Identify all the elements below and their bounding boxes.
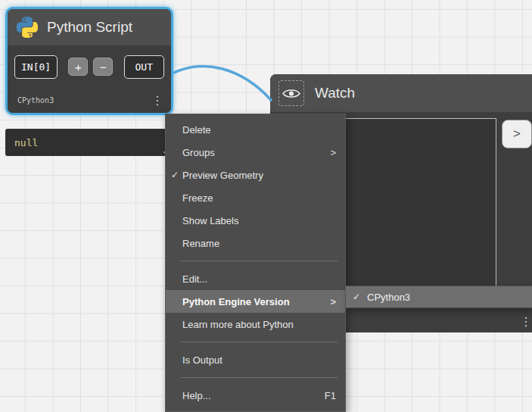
menu-item-label: Python Engine Version	[182, 296, 290, 307]
watch-node-title: Watch	[315, 85, 355, 101]
menu-separator	[181, 261, 338, 261]
context-menu: Delete Groups > ✓ Preview Geometry Freez…	[165, 114, 346, 412]
submenu-item-cpython3[interactable]: ✓ CPython3	[346, 286, 532, 307]
python-engine-submenu: ✓ CPython3	[346, 286, 532, 308]
menu-separator	[181, 342, 338, 342]
submenu-arrow-icon: >	[330, 147, 336, 158]
add-input-button[interactable]: +	[68, 58, 88, 76]
menu-item-label: Preview Geometry	[182, 170, 263, 181]
output-preview-bubble[interactable]: null	[5, 129, 173, 156]
menu-item-label: Edit...	[182, 273, 207, 285]
menu-item-rename[interactable]: Rename	[166, 232, 345, 254]
menu-item-freeze[interactable]: Freeze	[166, 186, 345, 209]
watch-eye-icon	[278, 80, 304, 106]
menu-separator	[181, 377, 338, 378]
input-port-in0[interactable]: IN[0]	[14, 55, 58, 79]
python-node-header[interactable]: Python Script	[8, 9, 171, 45]
menu-item-preview-geometry[interactable]: ✓ Preview Geometry	[166, 164, 345, 186]
python-node-footer: CPython3 ⋮	[8, 88, 171, 113]
output-port-out[interactable]: OUT	[124, 55, 164, 79]
watch-node-header[interactable]: Watch	[270, 74, 532, 112]
python-node-title: Python Script	[47, 19, 132, 36]
python-logo-icon	[15, 15, 39, 39]
menu-item-label: Delete	[182, 124, 211, 136]
menu-item-is-output[interactable]: Is Output	[166, 348, 345, 371]
remove-input-button[interactable]: −	[93, 58, 113, 76]
menu-item-delete[interactable]: Delete	[166, 118, 345, 141]
menu-item-edit[interactable]: Edit...	[166, 267, 345, 290]
engine-version-label: CPython3	[17, 96, 54, 105]
kebab-menu-icon[interactable]: ⋮	[151, 95, 163, 107]
watch-kebab-menu-icon[interactable]: ⋮	[520, 316, 532, 328]
preview-value: null	[14, 137, 38, 148]
menu-shortcut: F1	[325, 390, 336, 401]
checkmark-icon: ✓	[171, 170, 179, 180]
menu-item-label: Help...	[182, 390, 211, 401]
port-add-remove-group: + −	[68, 58, 113, 76]
submenu-arrow-icon: >	[330, 296, 336, 307]
expand-preview-button[interactable]: >	[502, 120, 532, 148]
menu-item-label: Groups	[182, 147, 215, 158]
menu-item-label: Is Output	[182, 354, 222, 366]
connector-wire[interactable]	[174, 67, 271, 100]
menu-item-help[interactable]: Help... F1	[166, 384, 345, 407]
menu-item-label: Show Labels	[182, 215, 238, 226]
menu-item-label: Rename	[182, 238, 219, 249]
menu-item-groups[interactable]: Groups >	[166, 141, 345, 164]
menu-item-label: Learn more about Python	[182, 319, 294, 330]
menu-item-show-labels[interactable]: Show Labels	[166, 209, 345, 232]
menu-item-label: Freeze	[182, 192, 213, 204]
menu-item-python-engine-version[interactable]: Python Engine Version >	[166, 290, 345, 313]
menu-item-learn-more-about-python[interactable]: Learn more about Python	[166, 313, 345, 336]
python-node-ports: IN[0] + − OUT	[8, 45, 171, 88]
checkmark-icon: ✓	[353, 292, 360, 302]
python-script-node[interactable]: Python Script IN[0] + − OUT CPython3 ⋮	[5, 7, 173, 115]
node-canvas[interactable]: Python Script IN[0] + − OUT CPython3 ⋮ n…	[0, 0, 532, 412]
submenu-item-label: CPython3	[367, 292, 410, 303]
